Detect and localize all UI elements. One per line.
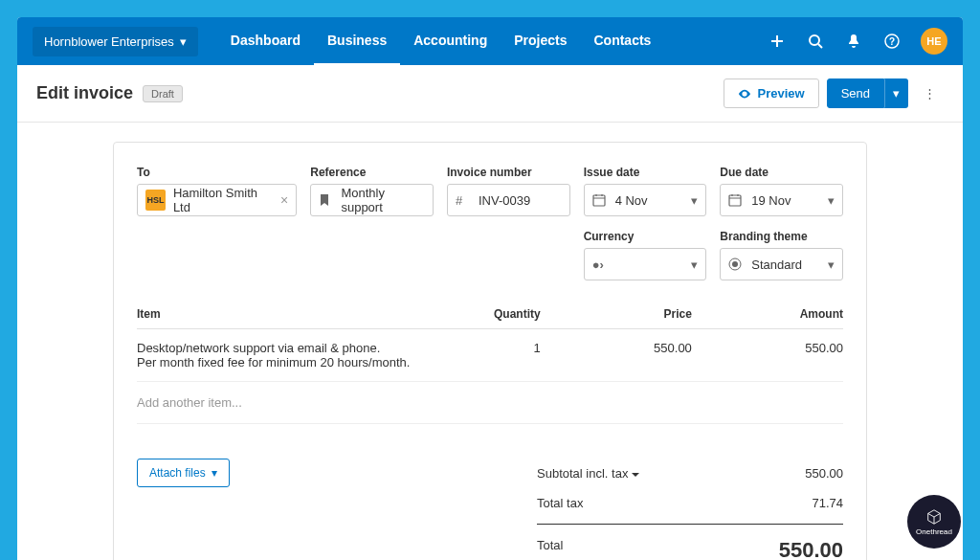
totals-section: Subtotal incl. tax 550.00 Total tax 71.7… — [537, 459, 843, 560]
due-date-label: Due date — [720, 166, 843, 179]
header-item: Item — [137, 307, 439, 321]
theme-icon — [728, 258, 744, 271]
user-avatar[interactable]: HE — [921, 28, 947, 55]
item-price: 550.00 — [541, 341, 692, 370]
chevron-down-icon: ▾ — [828, 193, 835, 208]
to-field[interactable]: HSL Hamilton Smith Ltd × — [137, 184, 297, 216]
preview-button[interactable]: Preview — [724, 78, 818, 108]
item-quantity: 1 — [439, 341, 540, 370]
eye-icon — [738, 87, 751, 101]
tab-business[interactable]: Business — [314, 17, 400, 66]
branding-field[interactable]: Standard ▾ — [720, 248, 843, 280]
org-name: Hornblower Enterprises — [44, 34, 174, 49]
page-title: Edit invoice — [36, 83, 133, 103]
tax-label: Total tax — [537, 496, 583, 510]
svg-rect-3 — [593, 195, 605, 206]
total-label: Total — [537, 538, 563, 560]
currency-field[interactable]: ●› ▾ — [584, 248, 707, 280]
more-menu-icon[interactable]: ⋮ — [916, 86, 944, 101]
header-amount: Amount — [692, 307, 843, 321]
contact-name: Hamilton Smith Ltd — [173, 186, 273, 214]
chevron-down-icon: ▾ — [212, 466, 217, 480]
svg-text:?: ? — [889, 36, 895, 47]
total-value: 550.00 — [779, 538, 843, 560]
status-badge: Draft — [143, 85, 183, 102]
reference-label: Reference — [310, 166, 434, 179]
top-navigation: Hornblower Enterprises ▾ Dashboard Busin… — [17, 17, 963, 65]
search-icon[interactable] — [806, 32, 825, 51]
item-amount: 550.00 — [692, 341, 843, 370]
chevron-down-icon: ▾ — [691, 193, 698, 208]
clear-icon[interactable]: × — [280, 192, 288, 208]
org-selector[interactable]: Hornblower Enterprises ▾ — [33, 27, 198, 56]
branding-label: Branding theme — [720, 230, 843, 243]
invoice-form: To HSL Hamilton Smith Ltd × Reference Mo… — [113, 142, 867, 560]
add-item-button[interactable]: Add another item... — [137, 382, 843, 424]
bookmark-icon — [319, 193, 333, 207]
contact-avatar: HSL — [145, 190, 166, 211]
header-quantity: Quantity — [439, 307, 540, 321]
invoice-number-label: Invoice number — [447, 166, 570, 179]
calendar-icon — [592, 193, 608, 207]
bell-icon[interactable] — [844, 32, 863, 51]
item-description-line2: Per month fixed fee for minimum 20 hours… — [137, 355, 439, 370]
send-button[interactable]: Send — [827, 78, 884, 108]
page-header: Edit invoice Draft Preview Send ▾ ⋮ — [17, 65, 963, 123]
issue-date-label: Issue date — [584, 166, 707, 179]
due-date-field[interactable]: 19 Nov ▾ — [720, 184, 843, 216]
help-icon[interactable]: ? — [882, 32, 902, 51]
invoice-number-field[interactable]: # INV-0039 — [447, 184, 570, 216]
brand-badge: Onethread — [907, 495, 961, 549]
to-label: To — [137, 166, 297, 179]
svg-point-5 — [732, 261, 738, 267]
tab-projects[interactable]: Projects — [501, 17, 580, 66]
tab-contacts[interactable]: Contacts — [580, 17, 664, 66]
issue-date-field[interactable]: 4 Nov ▾ — [584, 184, 707, 216]
tab-dashboard[interactable]: Dashboard — [217, 17, 314, 66]
add-icon[interactable] — [768, 32, 787, 51]
chevron-down-icon: ▾ — [180, 34, 187, 49]
tab-accounting[interactable]: Accounting — [400, 17, 501, 66]
subtotal-value: 550.00 — [805, 466, 843, 481]
currency-label: Currency — [584, 230, 707, 243]
nav-tabs: Dashboard Business Accounting Projects C… — [217, 17, 665, 66]
calendar-icon — [728, 193, 744, 207]
hash-icon: # — [456, 193, 471, 208]
svg-rect-4 — [729, 195, 741, 206]
chevron-down-icon: ▾ — [691, 258, 698, 272]
box-icon — [925, 508, 943, 526]
tax-value: 71.74 — [812, 496, 843, 510]
currency-icon: ●› — [592, 258, 608, 272]
chevron-down-icon: ▾ — [828, 258, 835, 272]
subtotal-label[interactable]: Subtotal incl. tax — [537, 466, 639, 481]
attach-files-button[interactable]: Attach files ▾ — [137, 459, 230, 487]
reference-field[interactable]: Monthly support — [310, 184, 434, 216]
svg-point-0 — [810, 35, 819, 45]
send-dropdown[interactable]: ▾ — [884, 78, 908, 108]
header-price: Price — [541, 307, 692, 321]
line-item-row[interactable]: Desktop/network support via email & phon… — [137, 329, 843, 382]
line-items-header: Item Quantity Price Amount — [137, 294, 843, 329]
item-description-line1: Desktop/network support via email & phon… — [137, 341, 439, 355]
